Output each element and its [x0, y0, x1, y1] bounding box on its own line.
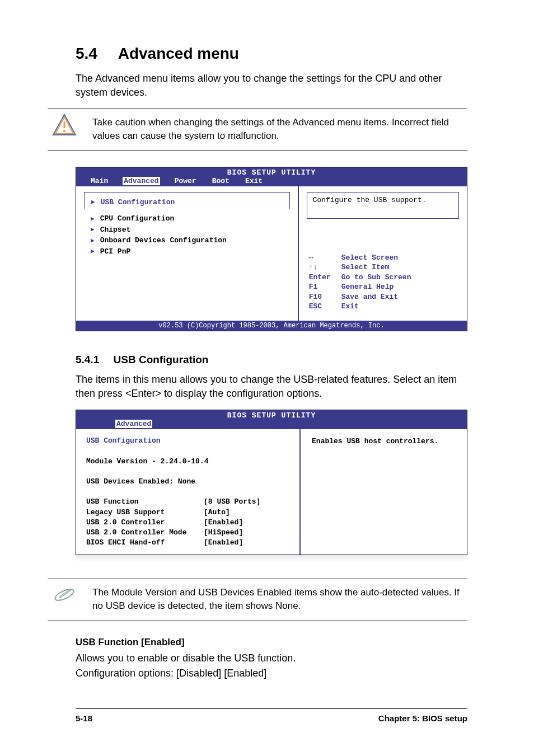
note-callout: The Module Version and USB Devices Enabl…	[48, 579, 467, 621]
submenu-arrow-icon: ▶	[91, 225, 95, 234]
bios-info-line: USB Devices Enabled: None	[86, 477, 289, 487]
submenu-arrow-icon: ▶	[91, 214, 95, 224]
section-title: Advanced menu	[118, 45, 239, 62]
setting-legacy-usb[interactable]: Legacy USB Support[Auto]	[86, 508, 289, 518]
bios-menubar: Advanced	[76, 420, 467, 429]
setting-usb2-mode[interactable]: USB 2.0 Controller Mode[HiSpeed]	[86, 528, 289, 538]
bios-key-legend: ↔Select Screen ↑↓Select Item EnterGo to …	[307, 250, 459, 315]
bios-help-text: Enables USB host controllers.	[308, 435, 459, 448]
tab-exit[interactable]: Exit	[244, 177, 264, 185]
bios-title: BIOS SETUP UTILITY	[76, 410, 467, 420]
note-icon	[48, 584, 81, 605]
tab-main[interactable]: Main	[90, 177, 109, 185]
menu-item-pci-pnp[interactable]: ▶ PCI PnP	[91, 246, 283, 257]
option-desc: Allows you to enable or disable the USB …	[76, 651, 467, 665]
option-config-options: Configuration options: [Disabled] [Enabl…	[76, 666, 467, 680]
submenu-arrow-icon: ▶	[91, 236, 95, 246]
bios-screenshot-usb-config: BIOS SETUP UTILITY Advanced USB Configur…	[76, 410, 467, 555]
submenu-arrow-icon: ▶	[91, 198, 95, 207]
menu-item-label: Onboard Devices Configuration	[100, 235, 227, 246]
tab-power[interactable]: Power	[174, 177, 198, 185]
bios-info-line: Module Version - 2.24.0-10.4	[86, 457, 289, 467]
page-footer: 5-18 Chapter 5: BIOS setup	[76, 708, 467, 723]
bios-panel-header: USB Configuration	[86, 436, 289, 446]
setting-usb2-controller[interactable]: USB 2.0 Controller[Enabled]	[86, 518, 289, 528]
tab-advanced[interactable]: Advanced	[115, 420, 152, 428]
subsection-number: 5.4.1	[76, 354, 99, 365]
caution-text: Take caution when changing the settings …	[92, 114, 467, 143]
bios-footer: v02.53 (C)Copyright 1985-2003, American …	[76, 321, 467, 331]
menu-item-label: PCI PnP	[100, 246, 131, 257]
subsection-title: USB Configuration	[114, 354, 209, 365]
page-number: 5-18	[76, 713, 92, 723]
tab-boot[interactable]: Boot	[211, 177, 231, 185]
menu-item-label: Chipset	[100, 224, 131, 236]
menu-item-chipset[interactable]: ▶ Chipset	[91, 224, 283, 236]
chapter-title: Chapter 5: BIOS setup	[378, 713, 467, 723]
note-text: The Module Version and USB Devices Enabl…	[92, 584, 467, 613]
section-number: 5.4	[76, 45, 97, 62]
bios-help-text: Configure the USB support.	[307, 192, 459, 219]
warning-icon	[48, 114, 81, 136]
menu-item-label: USB Configuration	[101, 197, 175, 208]
bios-screenshot-advanced: BIOS SETUP UTILITY Main Advanced Power B…	[76, 167, 467, 331]
caution-callout: Take caution when changing the settings …	[48, 109, 467, 151]
section-heading: 5.4 Advanced menu	[76, 45, 467, 63]
intro-text: The Advanced menu items allow you to cha…	[76, 72, 467, 100]
bios-title: BIOS SETUP UTILITY	[76, 167, 467, 177]
subsection-text: The items in this menu allows you to cha…	[76, 373, 467, 401]
fade-divider	[76, 555, 467, 562]
subsection-heading: 5.4.1 USB Configuration	[76, 354, 467, 366]
menu-item-cpu-config[interactable]: ▶ CPU Configuration	[91, 213, 283, 224]
svg-point-3	[63, 130, 65, 132]
setting-ehci-handoff[interactable]: BIOS EHCI Hand-off[Enabled]	[86, 538, 289, 548]
submenu-arrow-icon: ▶	[91, 247, 95, 256]
menu-item-label: CPU Configuration	[100, 213, 175, 224]
bios-menubar: Main Advanced Power Boot Exit	[76, 177, 467, 186]
menu-item-onboard-devices[interactable]: ▶ Onboard Devices Configuration	[91, 235, 283, 246]
menu-item-usb-config[interactable]: ▶ USB Configuration	[91, 197, 283, 208]
tab-advanced[interactable]: Advanced	[123, 177, 160, 185]
option-heading: USB Function [Enabled]	[76, 637, 467, 648]
setting-usb-function[interactable]: USB Function[8 USB Ports]	[86, 497, 289, 507]
